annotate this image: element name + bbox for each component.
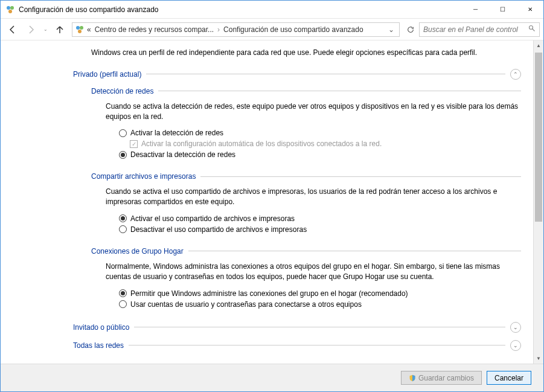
divider [188, 251, 521, 251]
titlebar: Configuración de uso compartido avanzado… [1, 1, 543, 19]
scrollbar[interactable]: ▲ ▼ [533, 40, 543, 364]
intro-text: Windows crea un perfil de red independie… [91, 48, 521, 58]
radio-hg-win[interactable]: Permitir que Windows administre las cone… [119, 289, 521, 298]
expand-guest-button[interactable]: ⌄ [510, 322, 521, 333]
save-button-label: Guardar cambios [418, 374, 474, 382]
profile-guest-title: Invitado o público [73, 323, 134, 332]
close-button[interactable]: ✕ [516, 1, 543, 18]
content-wrapper: Windows crea un perfil de red independie… [1, 40, 543, 364]
section-title-label: Detección de redes [91, 87, 158, 95]
recent-dropdown[interactable]: ⌄ [40, 21, 50, 38]
up-arrow-icon [55, 25, 65, 34]
svg-point-3 [76, 26, 80, 30]
search-input[interactable] [423, 25, 528, 34]
scroll-down-button[interactable]: ▼ [534, 353, 543, 364]
radio-icon [119, 289, 127, 297]
profile-all-header[interactable]: Todas las redes ⌄ [73, 340, 521, 351]
homegroup-desc: Normalmente, Windows administra las cone… [106, 262, 521, 282]
forward-button[interactable] [22, 21, 39, 38]
breadcrumb-item-2[interactable]: Configuración de uso compartido avanzado [222, 25, 364, 34]
radio-icon [119, 151, 127, 159]
radio-icon [119, 129, 127, 137]
section-network-discovery: Detección de redes [91, 87, 521, 95]
collapse-private-button[interactable]: ⌃ [510, 69, 521, 80]
radio-label: Activar la detección de redes [130, 129, 223, 137]
navigation-bar: ⌄ « Centro de redes y recursos compar...… [1, 19, 543, 40]
divider [158, 91, 521, 91]
profile-private-title: Privado (perfil actual) [73, 70, 146, 79]
file-sharing-options: Activar el uso compartido de archivos e … [119, 214, 521, 234]
window-icon [5, 5, 15, 14]
homegroup-options: Permitir que Windows administre las cone… [119, 289, 521, 309]
radio-label: Activar el uso compartido de archivos e … [130, 214, 295, 223]
divider [146, 74, 505, 74]
radio-fs-off[interactable]: Desactivar el uso compartido de archivos… [119, 225, 521, 234]
radio-icon [119, 214, 127, 222]
radio-label: Usar cuentas de usuario y contraseñas pa… [130, 300, 362, 309]
forward-arrow-icon [26, 25, 36, 34]
checkbox-auto-config: ✓ Activar la configuración automática de… [130, 140, 521, 148]
checkbox-icon: ✓ [130, 140, 138, 148]
footer: Guardar cambios Cancelar [1, 364, 543, 391]
svg-point-4 [80, 26, 83, 30]
profile-private-header[interactable]: Privado (perfil actual) ⌃ [73, 69, 521, 80]
refresh-icon [406, 25, 415, 34]
back-button[interactable] [4, 21, 21, 38]
window-controls: ─ ☐ ✕ [462, 1, 543, 18]
divider [134, 327, 505, 327]
back-arrow-icon [8, 25, 18, 34]
shield-icon [409, 374, 416, 382]
radio-nd-on[interactable]: Activar la detección de redes [119, 129, 521, 137]
window-title: Configuración de uso compartido avanzado [19, 5, 462, 14]
breadcrumb-dropdown[interactable]: ⌄ [386, 25, 397, 34]
scroll-up-button[interactable]: ▲ [534, 40, 543, 51]
svg-point-5 [78, 30, 82, 33]
checkbox-label: Activar la configuración automática de l… [141, 140, 382, 148]
radio-icon [119, 300, 127, 308]
profile-all-title: Todas las redes [73, 341, 129, 350]
search-icon[interactable] [528, 25, 536, 34]
content-area: Windows crea un perfil de red independie… [1, 40, 533, 364]
breadcrumb-item-1[interactable]: Centro de redes y recursos compar... [94, 25, 215, 34]
radio-hg-user[interactable]: Usar cuentas de usuario y contraseñas pa… [119, 300, 521, 309]
radio-icon [119, 225, 127, 233]
save-button[interactable]: Guardar cambios [401, 371, 482, 385]
section-file-sharing: Compartir archivos e impresoras [91, 172, 521, 181]
cancel-button[interactable]: Cancelar [487, 371, 531, 385]
profile-guest-header[interactable]: Invitado o público ⌄ [73, 322, 521, 333]
network-discovery-options: Activar la detección de redes ✓ Activar … [119, 129, 521, 159]
svg-point-1 [10, 6, 14, 10]
svg-point-6 [530, 26, 533, 30]
section-title-label: Compartir archivos e impresoras [91, 172, 200, 181]
maximize-button[interactable]: ☐ [489, 1, 516, 18]
svg-point-2 [8, 10, 12, 13]
breadcrumb[interactable]: « Centro de redes y recursos compar... ›… [72, 22, 400, 37]
radio-label: Desactivar el uso compartido de archivos… [130, 225, 307, 234]
radio-label: Desactivar la detección de redes [130, 150, 235, 159]
svg-point-0 [7, 6, 10, 10]
section-title-label: Conexiones de Grupo Hogar [91, 247, 188, 255]
scrollbar-thumb[interactable] [535, 53, 542, 222]
network-discovery-desc: Cuando se activa la detección de redes, … [106, 101, 521, 122]
refresh-button[interactable] [403, 22, 418, 37]
up-button[interactable] [51, 21, 68, 38]
divider [129, 345, 505, 345]
cancel-button-label: Cancelar [494, 374, 523, 382]
network-icon [75, 25, 85, 34]
file-sharing-desc: Cuando se activa el uso compartido de ar… [106, 187, 521, 207]
radio-fs-on[interactable]: Activar el uso compartido de archivos e … [119, 214, 521, 223]
breadcrumb-prefix: « [86, 25, 92, 34]
divider [200, 176, 521, 177]
radio-label: Permitir que Windows administre las cone… [130, 289, 408, 298]
minimize-button[interactable]: ─ [462, 1, 489, 18]
breadcrumb-separator: › [216, 25, 221, 34]
section-homegroup: Conexiones de Grupo Hogar [91, 247, 521, 255]
search-box[interactable] [419, 22, 540, 37]
expand-all-button[interactable]: ⌄ [510, 340, 521, 351]
radio-nd-off[interactable]: Desactivar la detección de redes [119, 150, 521, 159]
